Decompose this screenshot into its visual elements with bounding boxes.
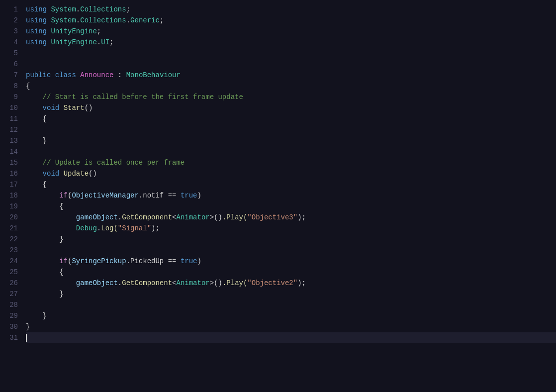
code-line-30: }: [26, 321, 556, 332]
code-line-6: [26, 59, 556, 70]
code-line-18: if(ObjectiveManager.notif == true): [26, 190, 556, 201]
line-number-13: 13: [4, 135, 18, 146]
line-number-27: 27: [4, 289, 18, 299]
code-line-10: void Start(): [26, 102, 556, 113]
line-number-15: 15: [4, 157, 18, 168]
code-line-3: using UnityEngine;: [26, 26, 556, 37]
code-line-16: void Update(): [26, 168, 556, 179]
code-line-15: // Update is called once per frame: [26, 157, 556, 168]
line-number-22: 22: [4, 234, 18, 245]
code-line-17: {: [26, 179, 556, 190]
line-number-25: 25: [4, 267, 18, 278]
code-line-28: [26, 299, 556, 310]
code-line-26: gameObject.GetComponent<Animator>().Play…: [26, 278, 556, 289]
line-number-7: 7: [4, 70, 18, 81]
code-line-19: {: [26, 201, 556, 212]
code-line-21: Debug.Log("Signal");: [26, 223, 556, 234]
line-number-19: 19: [4, 201, 18, 212]
line-number-23: 23: [4, 245, 18, 256]
code-line-7: public class Announce : MonoBehaviour: [26, 70, 556, 81]
code-line-25: {: [26, 267, 556, 278]
code-line-22: }: [26, 234, 556, 245]
line-numbers: 1234567891011121314151617181920212223242…: [0, 0, 24, 392]
code-line-23: [26, 245, 556, 256]
code-line-5: [26, 48, 556, 59]
line-number-11: 11: [4, 113, 18, 124]
line-number-20: 20: [4, 212, 18, 223]
code-line-2: using System.Collections.Generic;: [26, 15, 556, 26]
line-number-24: 24: [4, 256, 18, 267]
code-line-29: }: [26, 310, 556, 321]
code-line-14: [26, 146, 556, 157]
line-number-12: 12: [4, 124, 18, 135]
line-number-28: 28: [4, 299, 18, 310]
line-number-16: 16: [4, 168, 18, 179]
code-line-8: {: [26, 81, 556, 92]
code-line-20: gameObject.GetComponent<Animator>().Play…: [26, 212, 556, 223]
line-number-18: 18: [4, 190, 18, 201]
code-line-12: [26, 124, 556, 135]
code-line-24: if(SyringePickup.PickedUp == true): [26, 256, 556, 267]
line-number-21: 21: [4, 223, 18, 234]
line-number-2: 2: [4, 15, 18, 26]
line-number-4: 4: [4, 37, 18, 48]
line-number-17: 17: [4, 179, 18, 190]
code-container: 1234567891011121314151617181920212223242…: [0, 0, 556, 392]
line-number-1: 1: [4, 4, 18, 15]
line-number-29: 29: [4, 310, 18, 321]
code-content[interactable]: using System.Collections;using System.Co…: [24, 0, 556, 392]
line-number-10: 10: [4, 102, 18, 113]
code-line-27: }: [26, 289, 556, 299]
line-number-30: 30: [4, 321, 18, 332]
line-number-6: 6: [4, 59, 18, 70]
line-number-8: 8: [4, 81, 18, 92]
line-number-31: 31: [4, 332, 18, 343]
code-line-13: }: [26, 135, 556, 146]
code-line-11: {: [26, 113, 556, 124]
code-line-9: // Start is called before the first fram…: [26, 92, 556, 102]
code-editor: 1234567891011121314151617181920212223242…: [0, 0, 556, 392]
line-number-14: 14: [4, 146, 18, 157]
code-line-1: using System.Collections;: [26, 4, 556, 15]
line-number-3: 3: [4, 26, 18, 37]
code-line-31: [26, 332, 556, 343]
code-line-4: using UnityEngine.UI;: [26, 37, 556, 48]
line-number-5: 5: [4, 48, 18, 59]
line-number-9: 9: [4, 92, 18, 102]
line-number-26: 26: [4, 278, 18, 289]
